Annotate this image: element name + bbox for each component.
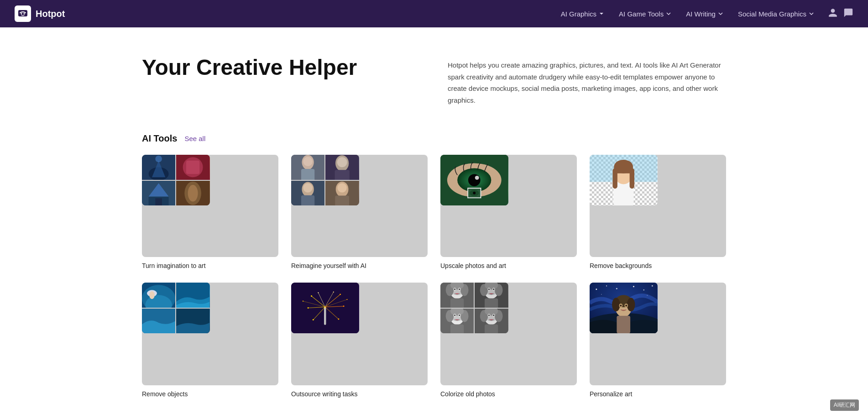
svg-rect-91 <box>450 299 464 308</box>
svg-point-100 <box>488 289 490 290</box>
svg-point-80 <box>346 299 347 300</box>
nav-item-ai-game-tools: AI Game Tools <box>612 6 678 21</box>
svg-point-74 <box>338 319 339 320</box>
svg-point-41 <box>473 192 476 194</box>
svg-rect-9 <box>186 161 199 174</box>
svg-point-72 <box>343 306 345 307</box>
svg-point-54 <box>149 291 155 299</box>
svg-point-73 <box>313 319 314 320</box>
nav-item-ai-writing: AI Writing <box>680 6 730 21</box>
colorize-cell-2 <box>475 283 508 308</box>
tool-label-turn-imagination: Turn imagination to art <box>142 262 206 269</box>
svg-rect-24 <box>335 170 350 179</box>
user-profile-icon[interactable] <box>828 8 838 20</box>
tool-image-upscale <box>440 155 577 257</box>
tool-image-turn-imagination <box>142 155 278 257</box>
svg-point-141 <box>633 286 634 288</box>
svg-point-140 <box>616 288 617 289</box>
brand-name: Hotpot <box>36 9 65 19</box>
tool-card-remove-bg[interactable]: Remove backgrounds <box>590 155 726 270</box>
nav-link-ai-writing[interactable]: AI Writing <box>680 6 730 21</box>
nav-link-social-media[interactable]: Social Media Graphics <box>732 6 821 21</box>
svg-point-20 <box>303 157 313 167</box>
nav-link-ai-graphics[interactable]: AI Graphics <box>554 6 611 21</box>
navbar: Hotpot AI Graphics AI Game Tools AI Writ… <box>0 0 868 27</box>
tool-label-personalize-art: Personalize art <box>590 390 632 398</box>
colorize-cell-1 <box>440 283 474 308</box>
svg-rect-102 <box>485 299 498 308</box>
svg-point-16 <box>188 185 198 202</box>
nav-item-social-media: Social Media Graphics <box>732 6 821 21</box>
tool-card-reimagine[interactable]: Reimagine yourself with AI <box>291 155 428 270</box>
svg-rect-113 <box>450 324 464 333</box>
watermark-badge: AI研汇网 <box>830 399 859 411</box>
tool-label-remove-bg: Remove backgrounds <box>590 262 652 269</box>
svg-point-135 <box>620 305 622 307</box>
svg-point-144 <box>647 295 647 296</box>
svg-point-131 <box>612 298 620 312</box>
svg-point-23 <box>337 157 347 167</box>
svg-rect-60 <box>324 308 326 325</box>
svg-point-111 <box>454 315 455 316</box>
svg-point-31 <box>338 183 347 193</box>
svg-rect-137 <box>617 316 630 333</box>
svg-point-132 <box>627 298 635 312</box>
chat-icon[interactable] <box>843 8 853 20</box>
hero-title: Your Creative Helper <box>142 55 420 80</box>
mosaic-cell-4 <box>176 181 209 206</box>
svg-point-139 <box>606 285 607 286</box>
svg-point-143 <box>652 285 653 287</box>
svg-point-36 <box>468 174 481 186</box>
chevron-down-icon <box>599 11 604 16</box>
remove-obj-cell-4 <box>176 309 209 334</box>
svg-point-79 <box>303 301 303 302</box>
svg-point-75 <box>318 292 319 293</box>
nav-item-ai-graphics: AI Graphics <box>554 6 611 21</box>
brand-logo-link[interactable]: Hotpot <box>15 5 65 22</box>
svg-point-112 <box>459 315 460 316</box>
tool-image-colorize <box>440 283 577 385</box>
tool-card-remove-objects[interactable]: Remove objects <box>142 283 278 398</box>
svg-point-142 <box>643 289 644 290</box>
tool-image-personalize-art <box>590 283 726 385</box>
tools-heading: AI Tools <box>142 133 177 144</box>
svg-point-89 <box>454 289 455 290</box>
svg-point-2 <box>24 13 25 15</box>
tool-card-upscale[interactable]: Upscale photos and art <box>440 155 577 270</box>
tools-grid: Turn imagination to art <box>142 155 726 398</box>
tool-label-outsource-writing: Outsource writing tasks <box>291 390 358 398</box>
tool-card-turn-imagination[interactable]: Turn imagination to art <box>142 155 278 270</box>
tool-image-outsource-writing <box>291 283 428 385</box>
see-all-link[interactable]: See all <box>184 135 205 142</box>
tool-card-outsource-writing[interactable]: Outsource writing tasks <box>291 283 428 398</box>
tool-image-remove-objects <box>142 283 278 385</box>
hero-section: Your Creative Helper Hotpot helps you cr… <box>115 27 753 124</box>
svg-point-122 <box>488 315 490 316</box>
svg-point-69 <box>311 295 312 297</box>
mosaic-cell-3 <box>142 181 175 206</box>
svg-point-101 <box>493 289 495 290</box>
reimagine-mosaic <box>291 155 359 205</box>
svg-point-138 <box>596 289 597 290</box>
svg-point-37 <box>475 176 479 180</box>
svg-rect-28 <box>301 195 314 205</box>
svg-point-27 <box>303 183 313 193</box>
hero-description-block: Hotpot helps you create amazing graphics… <box>448 55 726 106</box>
brand-logo-icon <box>15 5 31 22</box>
svg-point-6 <box>155 156 162 163</box>
mosaic-cell-2 <box>176 155 209 180</box>
svg-point-71 <box>308 307 309 309</box>
svg-point-90 <box>459 289 460 290</box>
turn-imagination-mosaic <box>142 155 210 205</box>
hero-description: Hotpot helps you create amazing graphics… <box>448 59 726 106</box>
hero-title-block: Your Creative Helper <box>142 55 420 80</box>
chevron-down-icon <box>666 11 671 16</box>
tool-label-colorize: Colorize old photos <box>440 390 495 398</box>
tool-label-remove-objects: Remove objects <box>142 390 188 398</box>
nav-link-ai-game-tools[interactable]: AI Game Tools <box>612 6 678 21</box>
svg-rect-124 <box>485 324 498 333</box>
colorize-cell-4 <box>475 309 508 334</box>
reimagine-cell-2 <box>325 155 359 180</box>
tool-card-personalize-art[interactable]: Personalize art <box>590 283 726 398</box>
tool-card-colorize[interactable]: Colorize old photos <box>440 283 577 398</box>
